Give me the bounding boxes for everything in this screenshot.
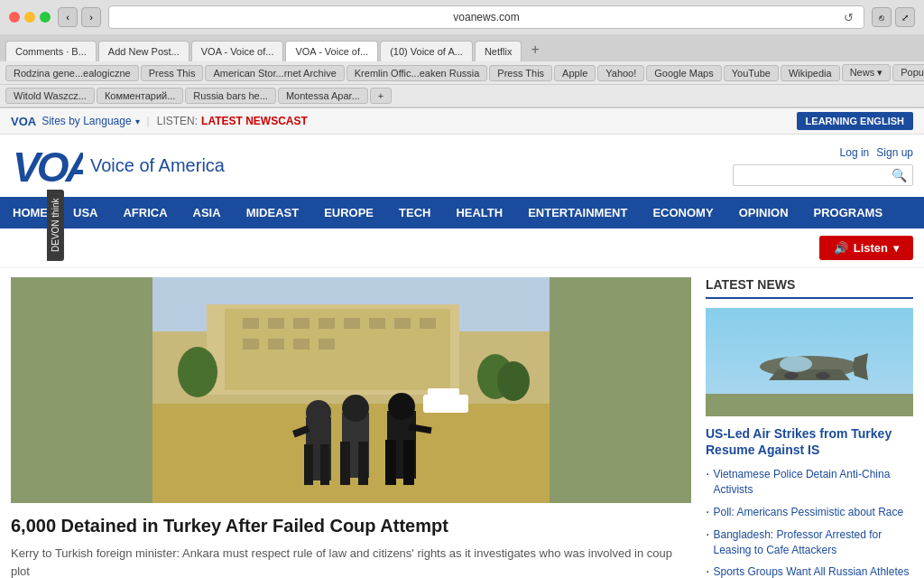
svg-point-24 — [306, 400, 331, 425]
svg-rect-9 — [344, 318, 360, 329]
bookmark-9[interactable]: Wikipedia — [781, 65, 840, 81]
extra-bookmark-1[interactable]: Комментарий... — [97, 88, 183, 104]
maximize-button[interactable] — [40, 12, 51, 23]
news-bullet-0: · — [706, 467, 709, 481]
svg-rect-15 — [293, 339, 310, 350]
new-tab-button[interactable]: + — [523, 38, 546, 61]
nav-africa[interactable]: AFRICA — [110, 197, 180, 228]
nav-usa[interactable]: USA — [60, 197, 110, 228]
tab-5[interactable]: (10) Voice of A... — [380, 41, 473, 61]
learning-english-button[interactable]: LEARNING ENGLISH — [797, 112, 913, 130]
svg-rect-16 — [319, 339, 335, 350]
share-button[interactable]: ⎋ — [872, 7, 892, 27]
minimize-button[interactable] — [24, 12, 35, 23]
main-navigation: HOME USA AFRICA ASIA MIDEAST EUROPE TECH… — [0, 197, 924, 228]
bookmark-5[interactable]: Apple — [554, 65, 596, 81]
bookmark-4[interactable]: Press This — [489, 65, 552, 81]
bookmark-6[interactable]: Yahoo! — [597, 65, 644, 81]
fullscreen-button[interactable]: ⤢ — [895, 7, 915, 27]
article-image-svg — [11, 277, 691, 503]
news-item-text-0: Vietnamese Police Detain Anti-China Acti… — [713, 467, 913, 498]
listen-bar: 🔊 Listen ▾ — [0, 228, 924, 268]
login-link[interactable]: Log in — [840, 146, 870, 159]
bookmark-7[interactable]: Google Maps — [646, 65, 721, 81]
voa-logo-mark: VOA — [11, 142, 83, 190]
tab-6[interactable]: Netflix — [475, 41, 522, 61]
bookmark-8[interactable]: YouTube — [724, 65, 779, 81]
back-button[interactable]: ‹ — [58, 7, 78, 27]
listen-label-text: Listen — [854, 241, 888, 255]
main-content: 6,000 Detained in Turkey After Failed Co… — [0, 268, 924, 578]
news-item-0[interactable]: · Vietnamese Police Detain Anti-China Ac… — [706, 467, 913, 498]
bookmark-3[interactable]: Kremlin Offic...eaken Russia — [346, 65, 488, 81]
close-button[interactable] — [9, 12, 20, 23]
voa-logo[interactable]: VOA Voice of America — [11, 142, 225, 190]
url-bar[interactable]: voanews.com ↺ — [108, 5, 864, 29]
signup-link[interactable]: Sign up — [876, 146, 913, 159]
news-item-3[interactable]: · Sports Groups Want All Russian Athlete… — [706, 564, 913, 578]
tab-4[interactable]: VOA - Voice of... — [285, 41, 378, 61]
svg-point-20 — [178, 347, 217, 397]
svg-rect-7 — [293, 318, 310, 329]
news-item-2[interactable]: · Bangladesh: Professor Arrested for Lea… — [706, 527, 913, 558]
voa-logo-text: Voice of America — [90, 155, 225, 176]
nav-asia[interactable]: ASIA — [180, 197, 234, 228]
news-item-text-2: Bangladesh: Professor Arrested for Leasi… — [713, 527, 913, 558]
extra-bookmark-2[interactable]: Russia bars he... — [185, 88, 276, 104]
sidebar-main-headline[interactable]: US-Led Air Strikes from Turkey Resume Ag… — [706, 425, 913, 458]
main-article: 6,000 Detained in Turkey After Failed Co… — [11, 277, 706, 578]
nav-programs[interactable]: PROGRAMS — [801, 197, 896, 228]
news-item-text-1: Poll: Americans Pessimistic about Race — [713, 505, 903, 520]
listen-button[interactable]: 🔊 Listen ▾ — [819, 236, 913, 260]
search-input[interactable] — [739, 169, 892, 182]
bookmarks-bar-2: Witold Waszcz... Комментарий... Russia b… — [0, 85, 924, 107]
svg-rect-14 — [268, 339, 284, 350]
svg-point-55 — [816, 372, 830, 379]
speaker-icon: 🔊 — [834, 241, 848, 255]
nav-health[interactable]: HEALTH — [443, 197, 515, 228]
article-subheadline: Kerry to Turkish foreign minister: Ankar… — [11, 545, 691, 578]
nav-entertainment[interactable]: ENTERTAINMENT — [515, 197, 640, 228]
article-headline[interactable]: 6,000 Detained in Turkey After Failed Co… — [11, 514, 691, 537]
tab-1[interactable]: Comments · B... — [5, 41, 97, 61]
nav-tech[interactable]: TECH — [386, 197, 443, 228]
bookmark-0[interactable]: Rodzina gene...ealogiczne — [5, 65, 139, 81]
reload-button[interactable]: ↺ — [838, 7, 858, 27]
svg-point-54 — [784, 372, 799, 379]
extra-bookmark-0[interactable]: Witold Waszcz... — [5, 88, 95, 104]
latest-news-image[interactable] — [706, 308, 913, 416]
news-bullet-3: · — [706, 564, 709, 578]
latest-newscast-link[interactable]: LATEST NEWSCAST — [201, 115, 308, 127]
tab-3[interactable]: VOA - Voice of... — [191, 41, 284, 61]
browser-tabs: Comments · B... Add New Post... VOA - Vo… — [0, 34, 924, 61]
svg-rect-12 — [420, 318, 436, 329]
forward-button[interactable]: › — [81, 7, 101, 27]
bookmark-11[interactable]: Popular ▾ — [892, 64, 924, 81]
devon-think-tab[interactable]: DEVON think — [47, 190, 64, 261]
bookmark-10[interactable]: News ▾ — [842, 64, 892, 81]
nav-economy[interactable]: ECONOMY — [640, 197, 725, 228]
extra-bookmark-4[interactable]: + — [370, 88, 392, 104]
sites-language-link[interactable]: Sites by Language — [42, 115, 131, 127]
svg-rect-31 — [358, 442, 368, 485]
dropdown-arrow-icon: ▾ — [135, 117, 140, 126]
bookmark-2[interactable]: American Stor...rnet Archive — [205, 65, 344, 81]
nav-europe[interactable]: EUROPE — [311, 197, 386, 228]
nav-opinion[interactable]: OPINION — [726, 197, 801, 228]
search-box[interactable]: 🔍 — [733, 164, 913, 186]
svg-rect-30 — [340, 442, 350, 485]
svg-text:VOA: VOA — [13, 144, 83, 187]
extra-bookmark-3[interactable]: Montessa Apar... — [278, 88, 368, 104]
svg-rect-25 — [304, 444, 313, 485]
svg-rect-34 — [385, 440, 396, 485]
bookmark-1[interactable]: Press This — [141, 65, 204, 81]
svg-rect-22 — [428, 388, 459, 399]
voa-utility-label: VOA — [11, 115, 36, 128]
news-item-1[interactable]: · Poll: Americans Pessimistic about Race — [706, 505, 913, 520]
svg-point-53 — [780, 356, 812, 372]
search-icon[interactable]: 🔍 — [892, 168, 907, 182]
traffic-lights — [9, 12, 51, 23]
nav-mideast[interactable]: MIDEAST — [234, 197, 312, 228]
utility-bar: VOA Sites by Language ▾ | LISTEN: LATEST… — [0, 108, 924, 135]
tab-2[interactable]: Add New Post... — [98, 41, 189, 61]
